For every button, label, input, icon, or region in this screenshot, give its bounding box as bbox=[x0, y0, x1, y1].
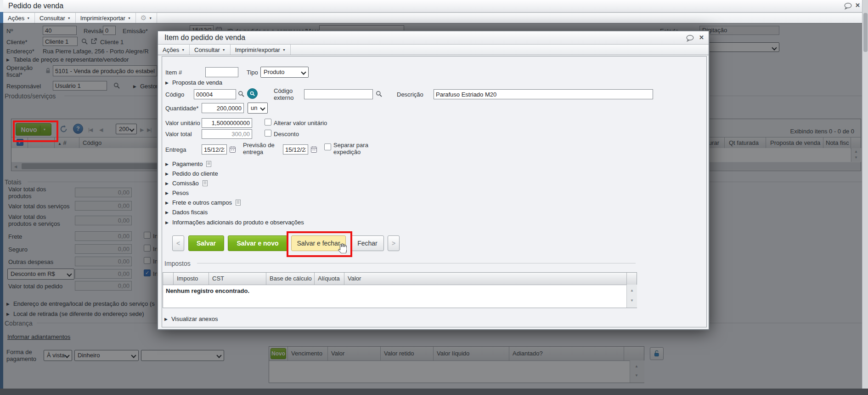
col-valor[interactable]: Valor bbox=[348, 275, 361, 282]
expander-icon: ▶ bbox=[165, 181, 169, 186]
caret-down-icon: ▼ bbox=[68, 17, 71, 20]
notes-icon[interactable] bbox=[206, 161, 211, 167]
cursor-hand-icon bbox=[338, 243, 347, 255]
search-icon[interactable] bbox=[238, 91, 244, 97]
col-imposto[interactable]: Imposto bbox=[177, 275, 198, 282]
close-icon[interactable]: ✕ bbox=[855, 2, 860, 9]
expander-pagamento[interactable]: ▶Pagamento bbox=[165, 160, 211, 167]
close-icon[interactable]: ✕ bbox=[699, 34, 704, 41]
codigo-input[interactable] bbox=[194, 89, 236, 99]
scroll-down-icon[interactable]: ▼ bbox=[630, 298, 634, 303]
expander-comissao[interactable]: ▶Comissão bbox=[165, 180, 208, 187]
valor-unitario-input[interactable] bbox=[202, 118, 252, 128]
expander-icon: ▶ bbox=[165, 191, 169, 195]
search-icon[interactable] bbox=[376, 91, 382, 97]
next-item-button[interactable]: > bbox=[388, 235, 400, 251]
window-scrollbar[interactable] bbox=[862, 0, 868, 389]
expander-icon: ▶ bbox=[165, 80, 169, 85]
caret-down-icon: ▼ bbox=[282, 48, 286, 52]
menu-settings[interactable]: ⚙▼ bbox=[136, 13, 157, 23]
empty-message: Nenhum registro encontrado. bbox=[166, 287, 249, 294]
valor-unitario-label: Valor unitário bbox=[165, 120, 200, 126]
expander-icon: ▶ bbox=[164, 317, 168, 321]
alterar-valor-label: Alterar valor unitário bbox=[274, 120, 327, 126]
expander-info-adicionais[interactable]: ▶Informações adicionais do produto e obs… bbox=[165, 219, 304, 226]
main-menubar: Ações▼ Consultar▼ Imprimir/exportar▼ ⚙▼ bbox=[3, 12, 862, 23]
main-titlebar: Pedido de venda bbox=[3, 0, 862, 12]
expander-dados-fiscais[interactable]: ▶Dados fiscais bbox=[165, 209, 208, 216]
expander-icon: ▶ bbox=[165, 220, 169, 225]
codigo-externo-input[interactable] bbox=[304, 89, 373, 99]
entrega-input[interactable] bbox=[202, 144, 227, 155]
alterar-valor-checkbox[interactable] bbox=[265, 119, 271, 126]
entrega-label: Entrega bbox=[165, 146, 186, 153]
app-window: Pedido de venda ✕ Ações▼ Consultar▼ Impr… bbox=[0, 0, 868, 395]
tipo-label: Tipo bbox=[247, 69, 258, 76]
col-cst[interactable]: CST bbox=[212, 275, 224, 282]
desconto-label: Desconto bbox=[274, 131, 299, 137]
separar-expedicao-checkbox[interactable] bbox=[324, 143, 331, 150]
caret-down-icon: ▼ bbox=[149, 17, 152, 20]
valor-total-label: Valor total bbox=[165, 131, 192, 137]
descricao-input[interactable] bbox=[434, 89, 653, 99]
codigo-externo-label: Código externo bbox=[274, 87, 299, 101]
item-pedido-modal: Item do pedido de venda ✕ Ações▼ Consult… bbox=[157, 30, 710, 330]
caret-down-icon: ▼ bbox=[222, 48, 225, 52]
annotation-highlight-novo bbox=[13, 120, 58, 142]
previsao-input[interactable] bbox=[283, 144, 308, 155]
col-base-calculo[interactable]: Base de cálculo bbox=[270, 275, 312, 282]
expander-icon: ▶ bbox=[165, 172, 169, 176]
quantidade-label: Quantidade* bbox=[165, 105, 198, 112]
scroll-up-icon[interactable]: ▲ bbox=[630, 288, 634, 292]
calendar-icon[interactable] bbox=[310, 146, 317, 153]
menu-imprimir-exportar[interactable]: Imprimir/exportar▼ bbox=[76, 13, 136, 23]
menu-imprimir-exportar[interactable]: Imprimir/exportar▼ bbox=[231, 45, 291, 55]
chevron-down-icon bbox=[301, 69, 306, 74]
previsao-label: Previsão de entrega bbox=[243, 142, 282, 155]
codigo-label: Código bbox=[165, 91, 184, 98]
chevron-down-icon bbox=[260, 105, 265, 110]
page-title: Pedido de venda bbox=[8, 2, 63, 10]
notes-icon[interactable] bbox=[203, 180, 208, 186]
descricao-label: Descrição bbox=[397, 91, 423, 98]
product-lookup-icon[interactable] bbox=[247, 88, 258, 99]
caret-down-icon: ▼ bbox=[27, 17, 30, 20]
prev-item-button[interactable]: < bbox=[172, 235, 184, 251]
menu-acoes[interactable]: Ações▼ bbox=[3, 13, 35, 23]
salvar-button[interactable]: Salvar bbox=[188, 235, 224, 251]
salvar-e-novo-button[interactable]: Salvar e novo bbox=[228, 235, 287, 251]
calendar-icon[interactable] bbox=[229, 146, 236, 153]
expander-pedido-cliente[interactable]: ▶Pedido do cliente bbox=[165, 170, 218, 177]
page-bottom-strip bbox=[0, 389, 868, 395]
caret-down-icon: ▼ bbox=[181, 48, 185, 52]
tipo-select[interactable]: Produto bbox=[260, 67, 309, 78]
fechar-button[interactable]: Fechar bbox=[351, 235, 384, 251]
expander-frete[interactable]: ▶Frete e outros campos bbox=[165, 199, 241, 206]
expander-proposta[interactable]: ▶Proposta de venda bbox=[165, 79, 222, 86]
quantidade-input[interactable] bbox=[202, 103, 244, 113]
impostos-table: Imposto CST Base de cálculo Alíquota Val… bbox=[163, 272, 637, 308]
desconto-checkbox[interactable] bbox=[265, 130, 271, 137]
comment-icon[interactable] bbox=[843, 2, 852, 10]
scrollbar-thumb[interactable] bbox=[863, 13, 868, 52]
impostos-legend: Impostos bbox=[164, 260, 191, 267]
expander-visualizar-anexos[interactable]: ▶Visualizar anexos bbox=[164, 315, 218, 322]
gear-icon: ⚙ bbox=[141, 14, 147, 22]
menu-consultar[interactable]: Consultar▼ bbox=[35, 13, 76, 23]
col-aliquota[interactable]: Alíquota bbox=[318, 275, 340, 282]
separar-expedicao-label: Separar para expedição bbox=[333, 142, 377, 155]
notes-icon[interactable] bbox=[236, 200, 241, 206]
valor-total-input bbox=[202, 129, 252, 139]
item-num-input[interactable] bbox=[205, 67, 238, 77]
expander-icon: ▶ bbox=[165, 162, 169, 166]
comment-icon[interactable] bbox=[685, 34, 694, 42]
modal-menubar: Ações▼ Consultar▼ Imprimir/exportar▼ bbox=[158, 44, 709, 55]
modal-title: Item do pedido de venda bbox=[164, 34, 245, 42]
menu-consultar[interactable]: Consultar▼ bbox=[190, 45, 231, 55]
expander-pesos[interactable]: ▶Pesos bbox=[165, 189, 189, 196]
impostos-vscrollbar[interactable]: ▲ ▼ bbox=[626, 285, 637, 308]
impostos-header bbox=[163, 273, 637, 285]
unidade-select[interactable]: un bbox=[248, 103, 268, 114]
menu-acoes[interactable]: Ações▼ bbox=[158, 45, 190, 55]
modal-titlebar: Item do pedido de venda bbox=[158, 31, 709, 45]
